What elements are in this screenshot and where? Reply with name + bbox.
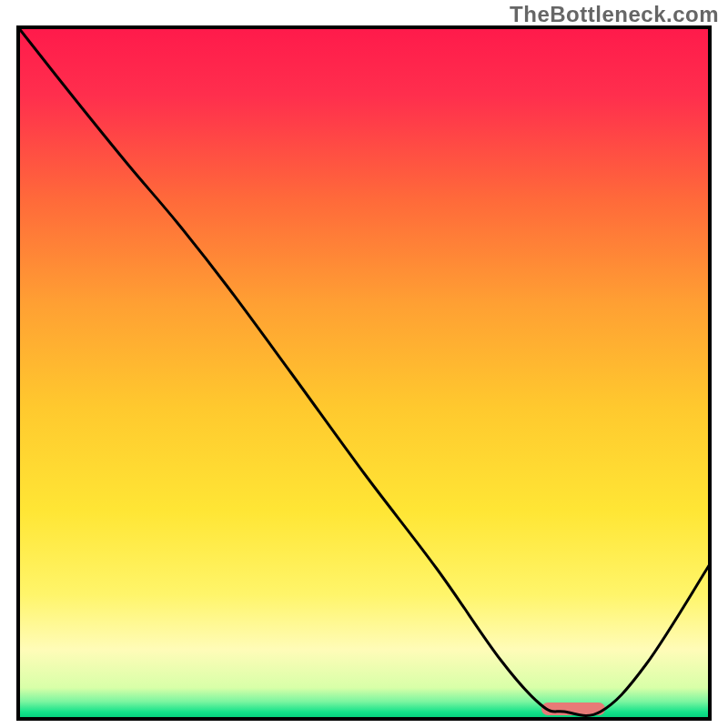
chart-stage: TheBottleneck.com: [0, 0, 728, 728]
watermark-text: TheBottleneck.com: [510, 2, 719, 27]
plot-gradient-background: [18, 27, 710, 719]
bottleneck-chart: [0, 0, 728, 728]
